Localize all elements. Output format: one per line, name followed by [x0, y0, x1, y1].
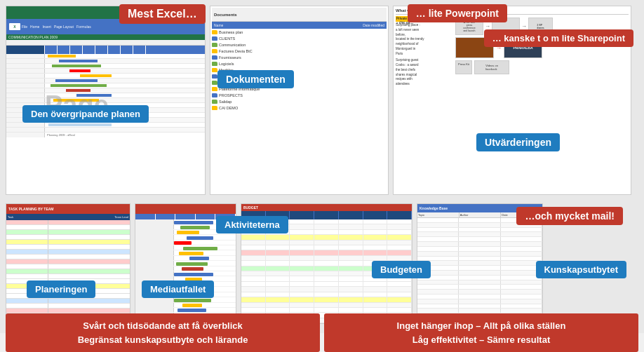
knowledge-row — [417, 285, 542, 290]
excel-screenshot: X File Home Insert Page Layout Formulas … — [6, 6, 206, 195]
budget-row — [241, 245, 412, 250]
knowledge-row — [417, 280, 542, 285]
budget-row — [241, 287, 412, 292]
gantt-row — [135, 241, 236, 245]
gantt-row — [135, 235, 236, 240]
gantt-row — [135, 245, 236, 250]
knowledge-row — [417, 271, 542, 276]
schedule-row — [6, 304, 130, 309]
knowledge-row — [417, 237, 542, 242]
folder-item: PROSPECTS — [212, 92, 387, 98]
badge-dokumenten: Dokumenten — [217, 70, 294, 88]
knowledge-row — [417, 276, 542, 280]
folder-item: Logiciels — [212, 60, 387, 67]
budget-row — [241, 241, 412, 245]
schedule-row — [6, 245, 130, 250]
badge-utvarderingen: Utvärderingen — [476, 133, 560, 151]
footer-right-banner: Inget hänger ihop – Allt på olika ställe… — [324, 313, 638, 352]
schedule-row — [6, 255, 130, 259]
knowledge-row — [417, 299, 542, 304]
budget-row — [241, 282, 412, 287]
knowledge-row — [417, 242, 542, 247]
schedule-row — [6, 274, 130, 279]
badge-budgeten: Budgeten — [372, 261, 431, 278]
badge-den-overgripande: Den övergripande planen — [22, 105, 149, 123]
badge-och-mycket-mail: …och mycket mail! — [516, 207, 623, 225]
schedule-row — [6, 269, 130, 274]
schedule-row — [6, 264, 130, 269]
gantt-row — [135, 303, 236, 308]
folder-screenshot: Documents Name Date modified Business pl… — [210, 6, 389, 195]
knowledge-row — [417, 257, 542, 262]
badge-lite-powerpoint: … lite Powerpoint — [408, 4, 507, 22]
gantt-row — [135, 250, 236, 255]
gantt-row — [135, 261, 236, 266]
badge-aktiviteterna: Aktiviteterna — [216, 216, 288, 233]
gantt-row — [135, 266, 236, 271]
folder-item: Factures Devia BtC — [212, 48, 387, 54]
schedule-row — [6, 230, 130, 235]
badge-mest-excel: Mest Excel… — [119, 4, 206, 24]
badge-kunskapsutbytet: Kunskapsutbytet — [536, 261, 626, 278]
gantt-row — [135, 256, 236, 261]
gantt-row — [135, 297, 236, 302]
budget-row — [241, 297, 412, 302]
knowledge-row — [417, 247, 542, 252]
folder-item: CLIENTS — [212, 35, 387, 41]
schedule-row — [6, 240, 130, 245]
knowledge-row — [417, 232, 542, 237]
budget-row — [241, 303, 412, 308]
knowledge-row — [417, 304, 542, 309]
knowledge-row — [417, 252, 542, 257]
knowledge-row — [417, 295, 542, 299]
knowledge-row — [417, 261, 542, 266]
budget-row — [241, 235, 412, 240]
knowledge-row — [417, 228, 542, 233]
budget-row — [241, 250, 412, 255]
gantt-row — [135, 271, 236, 276]
badge-planeringen: Planeringen — [27, 280, 95, 298]
schedule-row — [6, 309, 130, 313]
budget-row — [241, 292, 412, 297]
badge-kanske-sharepoint: … kanske t o m lite Sharepoint — [484, 29, 633, 47]
folder-item: Business plan — [212, 29, 387, 35]
knowledge-row — [417, 266, 542, 271]
schedule-row — [6, 250, 130, 255]
folder-item: Fournisseurs — [212, 54, 387, 60]
schedule-row — [6, 235, 130, 240]
folder-item: Communication — [212, 41, 387, 48]
schedule-row — [6, 220, 130, 225]
footer-left-banner: Svårt och tidsödande att få överblick Be… — [6, 313, 320, 352]
knowledge-row — [417, 290, 542, 295]
schedule-row — [6, 299, 130, 304]
folder-item: Salidap — [212, 98, 387, 104]
gantt-row — [135, 308, 236, 313]
schedule-screenshot: TASK PLANNING BY TEAM Task Team Lead — [6, 203, 130, 324]
schedule-row — [6, 225, 130, 230]
schedule-row — [6, 259, 130, 264]
budget-row — [241, 308, 412, 313]
folder-item: CAI DEMO — [212, 104, 387, 111]
main-container: X File Home Insert Page Layout Formulas … — [0, 0, 644, 352]
badge-mediautfallet: Mediautfallet — [142, 280, 214, 298]
